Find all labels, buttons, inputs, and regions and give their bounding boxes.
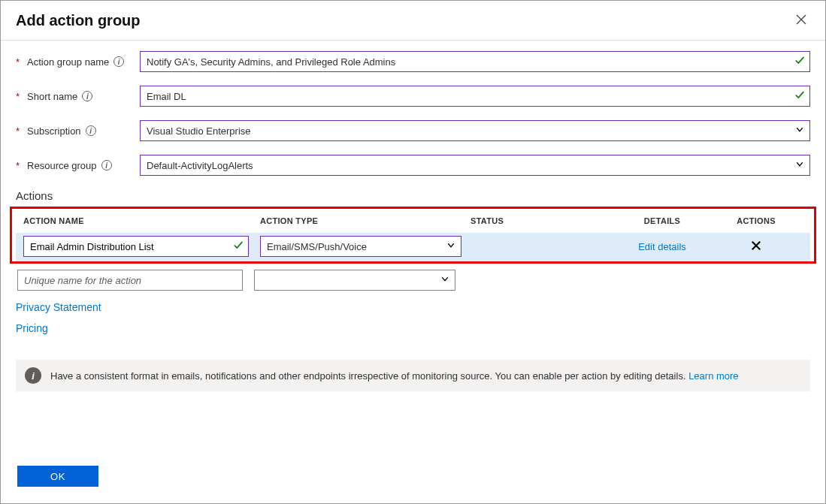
delete-row-icon[interactable] bbox=[751, 240, 761, 253]
info-text: Have a consistent format in emails, noti… bbox=[50, 370, 739, 382]
cell-action-name bbox=[17, 270, 254, 291]
actions-heading: Actions bbox=[16, 189, 810, 202]
panel-header: Add action group bbox=[1, 1, 825, 41]
new-action-type-select[interactable] bbox=[254, 270, 455, 291]
actions-table: ACTION NAME ACTION TYPE STATUS DETAILS A… bbox=[16, 209, 810, 261]
pricing-link[interactable]: Pricing bbox=[16, 322, 810, 334]
field-resource-group: Default-ActivityLogAlerts bbox=[140, 155, 810, 176]
field-short-name bbox=[140, 86, 810, 107]
cell-action-type: Email/SMS/Push/Voice bbox=[260, 236, 470, 257]
label-short-name: * Short name i bbox=[16, 91, 140, 102]
subscription-select[interactable]: Visual Studio Enterprise bbox=[140, 120, 810, 141]
edit-details-link[interactable]: Edit details bbox=[638, 241, 686, 252]
info-icon: i bbox=[25, 367, 41, 384]
action-row-new bbox=[16, 268, 810, 295]
required-marker: * bbox=[16, 125, 20, 137]
action-row: Email/SMS/Push/Voice Edit details bbox=[16, 233, 810, 261]
label-action-group-name: * Action group name i bbox=[16, 56, 140, 68]
row-resource-group: * Resource group i Default-ActivityLogAl… bbox=[16, 155, 810, 176]
resource-group-value: Default-ActivityLogAlerts bbox=[147, 160, 253, 171]
cell-details: Edit details bbox=[606, 241, 719, 252]
action-type-value: Email/SMS/Push/Voice bbox=[267, 241, 367, 252]
col-status: STATUS bbox=[470, 216, 606, 225]
required-marker: * bbox=[16, 56, 20, 68]
actions-table-header: ACTION NAME ACTION TYPE STATUS DETAILS A… bbox=[16, 209, 810, 233]
required-marker: * bbox=[16, 91, 20, 102]
action-type-select[interactable]: Email/SMS/Push/Voice bbox=[260, 236, 461, 257]
action-group-name-input[interactable] bbox=[140, 51, 810, 72]
cell-action-name bbox=[23, 236, 260, 257]
label-text: Subscription bbox=[27, 125, 81, 137]
actions-highlight-box: ACTION NAME ACTION TYPE STATUS DETAILS A… bbox=[10, 207, 816, 264]
label-text: Short name bbox=[27, 91, 77, 102]
add-action-group-panel: Add action group * Action group name i * bbox=[0, 0, 826, 504]
required-marker: * bbox=[16, 160, 20, 171]
col-action-type: ACTION TYPE bbox=[260, 216, 470, 225]
panel-title: Add action group bbox=[16, 12, 141, 29]
col-actions: ACTIONS bbox=[719, 216, 794, 225]
subscription-value: Visual Studio Enterprise bbox=[147, 125, 251, 137]
banner-message: Have a consistent format in emails, noti… bbox=[50, 370, 686, 382]
label-text: Resource group bbox=[27, 160, 97, 171]
actions-new-row: Privacy Statement Pricing i Have a consi… bbox=[1, 268, 825, 391]
action-name-input[interactable] bbox=[23, 236, 249, 257]
row-short-name: * Short name i bbox=[16, 86, 810, 107]
new-action-name-input[interactable] bbox=[17, 270, 243, 291]
col-action-name: ACTION NAME bbox=[23, 216, 260, 225]
info-banner: i Have a consistent format in emails, no… bbox=[16, 360, 810, 391]
close-icon[interactable] bbox=[792, 11, 810, 29]
ok-button[interactable]: OK bbox=[17, 466, 98, 487]
info-icon[interactable]: i bbox=[101, 160, 112, 171]
short-name-input[interactable] bbox=[140, 86, 810, 107]
info-icon[interactable]: i bbox=[86, 125, 96, 136]
resource-group-select[interactable]: Default-ActivityLogAlerts bbox=[140, 155, 810, 176]
label-text: Action group name bbox=[27, 56, 109, 68]
learn-more-link[interactable]: Learn more bbox=[688, 370, 738, 382]
row-subscription: * Subscription i Visual Studio Enterpris… bbox=[16, 120, 810, 141]
panel-body: * Action group name i * Short name i bbox=[1, 41, 825, 264]
row-action-group-name: * Action group name i bbox=[16, 51, 810, 72]
info-icon[interactable]: i bbox=[113, 56, 124, 67]
field-action-group-name bbox=[140, 51, 810, 72]
field-subscription: Visual Studio Enterprise bbox=[140, 120, 810, 141]
col-details: DETAILS bbox=[606, 216, 719, 225]
info-icon[interactable]: i bbox=[82, 91, 92, 101]
cell-row-actions bbox=[719, 240, 794, 253]
privacy-link[interactable]: Privacy Statement bbox=[16, 301, 810, 313]
cell-action-type bbox=[254, 270, 464, 291]
label-subscription: * Subscription i bbox=[16, 125, 140, 137]
label-resource-group: * Resource group i bbox=[16, 160, 140, 171]
